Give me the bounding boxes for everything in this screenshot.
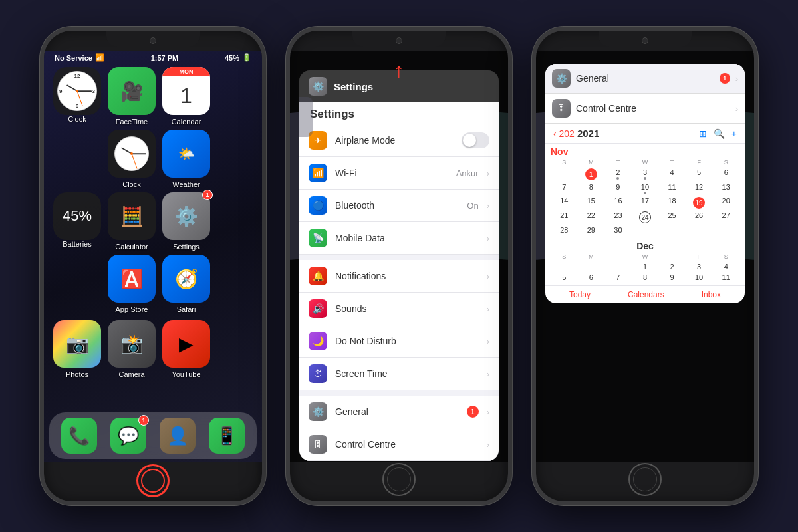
general-app-arrow-3: ›: [735, 74, 738, 84]
notifications-label: Notifications: [335, 271, 479, 281]
settings-item-screentime[interactable]: ⏱ Screen Time ›: [299, 358, 499, 390]
safari-label: Safari: [177, 305, 196, 313]
app-appstore[interactable]: 🅰️ App Store: [108, 255, 156, 313]
home-button-highlighted[interactable]: [136, 464, 170, 497]
app-switcher-3: ⚙️ General 1 › 🎛 Control Centre › ‹ 202 …: [545, 64, 745, 303]
app-camera[interactable]: 📸 Camera: [108, 320, 156, 378]
notifications-arrow: ›: [487, 271, 489, 281]
cal-nav: ‹ 202 2021 ⊞ 🔍 +: [545, 124, 745, 144]
dock-contacts[interactable]: 👤: [160, 418, 196, 454]
home-button-2[interactable]: [382, 463, 416, 496]
app-settings[interactable]: ⚙️ 1 Settings: [162, 192, 210, 251]
calculator-label: Calculator: [115, 243, 148, 251]
app-calculator[interactable]: 🧮 Calculator: [108, 192, 156, 251]
clock-widget-label: Clock: [68, 115, 86, 123]
carrier-label: No Service: [55, 54, 92, 62]
screentime-icon: ⏱: [309, 364, 327, 383]
camera-dot-3: [642, 37, 648, 44]
calendars-btn[interactable]: Calendars: [628, 290, 664, 299]
settings-badge: 1: [202, 190, 213, 200]
dnd-arrow: ›: [487, 336, 489, 346]
cal-bottom-bar: Today Calendars Inbox: [545, 285, 745, 303]
calendar-label: Calendar: [172, 118, 201, 126]
battery-label: 45%: [225, 54, 239, 62]
battery-widget[interactable]: 45% Batteries: [53, 192, 101, 248]
phone-1: No Service 📶 1:57 PM 45% 🔋: [40, 27, 266, 505]
battery-icon: 🔋: [242, 53, 251, 62]
sounds-icon: 🔊: [309, 299, 327, 318]
general-badge: 1: [467, 406, 479, 418]
battery-pct: 45%: [63, 207, 92, 225]
app-safari[interactable]: 🧭 Safari: [162, 255, 210, 313]
settings-item-sounds[interactable]: 🔊 Sounds ›: [299, 293, 499, 325]
today-btn[interactable]: Today: [569, 290, 591, 299]
swipe-arrow: ↑: [394, 60, 404, 81]
settings-item-general[interactable]: ⚙️ General 1 ›: [299, 396, 499, 428]
mobile-data-arrow: ›: [487, 233, 489, 243]
status-bar: No Service 📶 1:57 PM 45% 🔋: [44, 51, 262, 65]
settings-item-mobile[interactable]: 📡 Mobile Data ›: [299, 222, 499, 255]
section-divider-2: [299, 390, 499, 396]
mobile-data-label: Mobile Data: [335, 233, 479, 243]
grid-icon[interactable]: ⊞: [699, 128, 707, 139]
general-label: General: [335, 406, 459, 417]
general-app-label-3: General: [576, 73, 714, 84]
search-icon-cal[interactable]: 🔍: [714, 128, 725, 139]
settings-item-bluetooth[interactable]: 🔵 Bluetooth On ›: [299, 190, 499, 222]
wifi-label: Wi-Fi: [335, 168, 448, 178]
cc-app-icon-3: 🎛: [552, 99, 571, 118]
phone-3: ⚙️ General 1 › 🎛 Control Centre › ‹ 202 …: [532, 27, 758, 505]
settings-list: Settings ✈ Airplane Mode 📶 Wi-Fi Ankur ›: [299, 102, 499, 461]
settings-label: Settings: [173, 243, 200, 251]
switcher-app-controlcentre[interactable]: 🎛 Control Centre ›: [545, 94, 745, 124]
app-calendar[interactable]: MON 1 Calendar: [162, 67, 210, 126]
camera-label: Camera: [118, 370, 144, 378]
app-clock-small[interactable]: Clock: [108, 130, 156, 188]
airplane-toggle[interactable]: [462, 132, 489, 148]
settings-item-dnd[interactable]: 🌙 Do Not Disturb ›: [299, 325, 499, 358]
cc-app-label-3: Control Centre: [576, 103, 730, 114]
app-weather[interactable]: 🌤️ Weather: [162, 130, 210, 188]
settings-item-airplane[interactable]: ✈ Airplane Mode: [299, 124, 499, 157]
switcher-app-general[interactable]: ⚙️ General 1 ›: [545, 64, 745, 94]
dec-title: Dec: [551, 241, 739, 251]
settings-header: Settings: [299, 102, 499, 124]
youtube-label: YouTube: [172, 370, 200, 378]
bluetooth-value: On: [467, 201, 478, 211]
general-icon: ⚙️: [309, 402, 327, 421]
calendar-screen: ⚙️ General 1 › 🎛 Control Centre › ‹ 202 …: [536, 51, 754, 462]
camera-dot: [150, 37, 156, 44]
add-event-btn[interactable]: +: [732, 128, 737, 139]
general-arrow: ›: [487, 407, 489, 417]
settings-app-icon: ⚙️: [309, 77, 327, 96]
facetime-label: FaceTime: [116, 118, 148, 126]
settings-switcher-card: ⚙️ Settings Settings ✈ Airplane Mode: [299, 70, 499, 461]
december-grid: Dec SMT WTFS 1 2 3 4 5 6: [545, 238, 745, 285]
bluetooth-label: Bluetooth: [335, 200, 459, 211]
app-photos[interactable]: 📷 Photos: [53, 320, 101, 378]
cal-back-btn[interactable]: ‹ 202: [553, 128, 575, 139]
clock-widget-large[interactable]: 12 3 6 9: [53, 67, 101, 115]
settings-screen: ↑ ⚙️ Settings Settings ✈ Airplane Mod: [290, 51, 508, 462]
wifi-value: Ankur: [456, 168, 479, 178]
settings-item-wifi[interactable]: 📶 Wi-Fi Ankur ›: [299, 157, 499, 190]
clock-label: 1:57 PM: [151, 54, 179, 62]
home-button-3[interactable]: [628, 463, 662, 496]
wifi-icon: 📶: [95, 53, 104, 62]
inbox-btn[interactable]: Inbox: [702, 290, 721, 299]
app-youtube[interactable]: ▶ YouTube: [162, 320, 210, 378]
wifi-settings-icon: 📶: [309, 164, 327, 182]
cal-year: 2021: [577, 128, 696, 139]
general-app-badge-3: 1: [720, 73, 730, 84]
cal-nav-icons: ⊞ 🔍 +: [699, 128, 737, 139]
settings-item-notifications[interactable]: 🔔 Notifications ›: [299, 260, 499, 293]
app-facetime[interactable]: 🎥 FaceTime: [108, 67, 156, 126]
appstore-label: App Store: [116, 305, 148, 313]
dock-phone[interactable]: 📞: [61, 418, 97, 454]
cc-app-arrow-3: ›: [735, 104, 738, 114]
clock-small-label: Clock: [122, 180, 141, 188]
dock-messages[interactable]: 💬 1: [110, 418, 146, 454]
settings-item-controlcentre[interactable]: 🎛 Control Centre ›: [299, 428, 499, 461]
dock-whatsapp[interactable]: 📱: [209, 418, 245, 454]
dec-dow: SMT WTFS: [551, 253, 739, 260]
